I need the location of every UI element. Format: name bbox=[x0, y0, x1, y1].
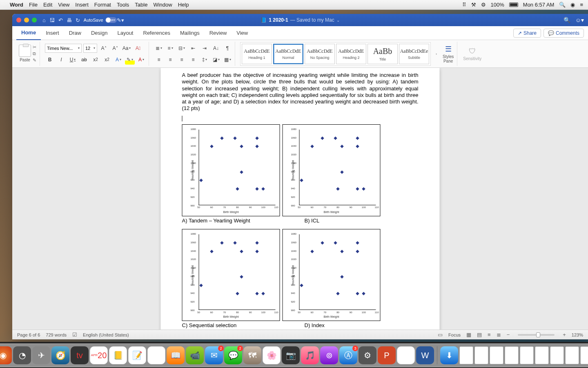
dock-minimized-2[interactable] bbox=[474, 346, 488, 364]
dock-dashboard-icon[interactable]: ◔ bbox=[13, 346, 31, 364]
dock-minimized-7[interactable] bbox=[550, 346, 564, 364]
home-icon[interactable]: ⌂ bbox=[42, 17, 46, 23]
zoom-out-button[interactable]: − bbox=[507, 332, 510, 338]
tab-references[interactable]: References bbox=[138, 26, 175, 40]
tab-view[interactable]: View bbox=[232, 26, 253, 40]
justify-button[interactable]: ≡ bbox=[188, 55, 198, 65]
clear-format-button[interactable]: A⃠ bbox=[133, 43, 143, 53]
dock-calendar-icon[interactable]: APR20 bbox=[90, 346, 108, 364]
styles-more-icon[interactable]: › bbox=[436, 52, 437, 56]
dock-contacts-icon[interactable]: 📒 bbox=[109, 346, 127, 364]
view-web-icon[interactable]: ▤ bbox=[477, 332, 482, 338]
align-left-button[interactable]: ≡ bbox=[154, 55, 164, 65]
paste-icon[interactable] bbox=[19, 45, 31, 57]
zoom-button[interactable] bbox=[32, 18, 37, 22]
qa-customize-icon[interactable]: ✎▾ bbox=[117, 17, 124, 23]
style-heading-1[interactable]: AaBbCcDdEHeading 1 bbox=[242, 44, 272, 64]
autosave-toggle[interactable]: AutoSave OFF bbox=[84, 17, 117, 23]
dock-minimized-9[interactable] bbox=[580, 346, 588, 364]
menu-insert[interactable]: Insert bbox=[75, 2, 89, 8]
dock-minimized-5[interactable] bbox=[520, 346, 534, 364]
style-no-spacing[interactable]: AaBbCcDdENo Spacing bbox=[305, 44, 335, 64]
document-page[interactable]: A beef producer has the objective of inc… bbox=[161, 68, 440, 330]
dock-minimized-8[interactable] bbox=[565, 346, 579, 364]
dock-missioncontrol-icon[interactable]: ✈ bbox=[32, 346, 50, 364]
view-print-icon[interactable]: ▦ bbox=[466, 332, 471, 338]
dock-messages-icon[interactable]: 💬2 bbox=[224, 346, 242, 364]
multilevel-button[interactable]: ⊟▾ bbox=[177, 43, 187, 53]
close-button[interactable] bbox=[16, 18, 21, 22]
word-count[interactable]: 729 words bbox=[46, 332, 67, 337]
style-heading-2[interactable]: AaBbCcDdEHeading 2 bbox=[336, 44, 366, 64]
highlight-button[interactable]: ✎▾ bbox=[125, 55, 135, 65]
menu-format[interactable]: Format bbox=[94, 2, 111, 8]
shading-button[interactable]: ◪▾ bbox=[211, 55, 221, 65]
dock-podcasts-icon[interactable]: ⊚ bbox=[320, 346, 338, 364]
menu-tools[interactable]: Tools bbox=[117, 2, 129, 8]
tab-layout[interactable]: Layout bbox=[112, 26, 138, 40]
line-spacing-button[interactable]: ‡▾ bbox=[200, 55, 209, 65]
dock-siri-icon[interactable]: ◉ bbox=[0, 346, 12, 364]
cut-icon[interactable]: ✂ bbox=[33, 45, 36, 50]
superscript-button[interactable]: x2 bbox=[102, 55, 112, 65]
strikethrough-button[interactable]: ab bbox=[79, 55, 89, 65]
styles-pane-button[interactable]: ☰ Styles Pane bbox=[439, 42, 457, 66]
dock-maps-icon[interactable]: 🗺 bbox=[243, 346, 261, 364]
zoom-slider[interactable] bbox=[518, 334, 555, 336]
styles-gallery[interactable]: AaBbCcDdEHeading 1AaBbCcDdENormalAaBbCcD… bbox=[240, 42, 431, 66]
bullets-button[interactable]: ≣▾ bbox=[154, 43, 164, 53]
tab-design[interactable]: Design bbox=[86, 26, 112, 40]
menu-help[interactable]: Help bbox=[178, 2, 189, 8]
font-size-select[interactable]: 12▾ bbox=[83, 44, 97, 53]
zoom-level[interactable]: 123% bbox=[572, 332, 583, 337]
shrink-font-button[interactable]: A˅ bbox=[110, 43, 120, 53]
style-normal[interactable]: AaBbCcDdENormal bbox=[273, 44, 303, 64]
dock-appstore-icon[interactable]: Ⓐ3 bbox=[339, 346, 357, 364]
decrease-indent-button[interactable]: ⇤ bbox=[188, 43, 198, 53]
increase-indent-button[interactable]: ⇥ bbox=[200, 43, 209, 53]
siri-icon[interactable]: ◉ bbox=[570, 2, 575, 8]
print-icon[interactable]: 🖶 bbox=[67, 17, 72, 23]
focus-mode-icon[interactable]: ▭ bbox=[438, 332, 443, 338]
copy-icon[interactable]: ⧉ bbox=[33, 51, 36, 56]
text-effects-button[interactable]: A▾ bbox=[114, 55, 123, 65]
show-marks-button[interactable]: ¶ bbox=[223, 43, 232, 53]
bluetooth-icon[interactable]: ⚒ bbox=[471, 2, 476, 8]
dock-books-icon[interactable]: 📖 bbox=[167, 346, 185, 364]
dock-minimized-4[interactable] bbox=[505, 346, 519, 364]
focus-label[interactable]: Focus bbox=[448, 332, 461, 337]
undo-icon[interactable]: ↶ bbox=[58, 17, 63, 23]
dock-sysprefs-icon[interactable]: ⚙ bbox=[359, 346, 376, 364]
menu-view[interactable]: View bbox=[58, 2, 69, 8]
tab-home[interactable]: Home bbox=[16, 26, 41, 40]
dock-photobooth-icon[interactable]: 📷 bbox=[282, 346, 300, 364]
wifi-icon[interactable]: ⚙ bbox=[481, 2, 486, 8]
notification-center-icon[interactable]: ≡ bbox=[580, 2, 583, 8]
dock-facetime-icon[interactable]: 📹 bbox=[186, 346, 204, 364]
underline-button[interactable]: U▾ bbox=[68, 55, 78, 65]
view-draft-icon[interactable]: ≣ bbox=[497, 332, 501, 338]
tab-insert[interactable]: Insert bbox=[41, 26, 64, 40]
grow-font-button[interactable]: A˄ bbox=[99, 43, 109, 53]
dock-minimized-1[interactable] bbox=[459, 346, 473, 364]
dock-minimized-6[interactable] bbox=[535, 346, 549, 364]
spellcheck-icon[interactable]: ☑ bbox=[72, 332, 77, 338]
dock-tv-icon[interactable]: tv bbox=[71, 346, 89, 364]
dock-downloads-icon[interactable]: ⬇ bbox=[440, 346, 458, 364]
align-right-button[interactable]: ≡ bbox=[177, 55, 187, 65]
sort-button[interactable]: A↓ bbox=[211, 43, 221, 53]
redo-icon[interactable]: ↻ bbox=[76, 17, 80, 23]
italic-button[interactable]: I bbox=[56, 55, 66, 65]
subscript-button[interactable]: x2 bbox=[91, 55, 100, 65]
smiley-feedback-icon[interactable]: ☺▾ bbox=[575, 17, 584, 23]
dock-chrome-icon[interactable]: ◯ bbox=[397, 346, 415, 364]
style-subtitle[interactable]: AaBbCcDdEeSubtitle bbox=[399, 44, 429, 64]
question-paragraph[interactable]: A beef producer has the objective of inc… bbox=[182, 72, 419, 112]
dock-photos-icon[interactable]: 🌸 bbox=[263, 346, 281, 364]
clock[interactable]: Mon 6:57 AM bbox=[523, 2, 555, 8]
dock-powerpoint-icon[interactable]: P bbox=[378, 346, 396, 364]
document-area[interactable]: A beef producer has the objective of inc… bbox=[12, 68, 588, 330]
battery-label[interactable]: 100% bbox=[491, 2, 504, 8]
dock-music-icon[interactable]: 🎵 bbox=[301, 346, 319, 364]
numbering-button[interactable]: ≡▾ bbox=[165, 43, 175, 53]
